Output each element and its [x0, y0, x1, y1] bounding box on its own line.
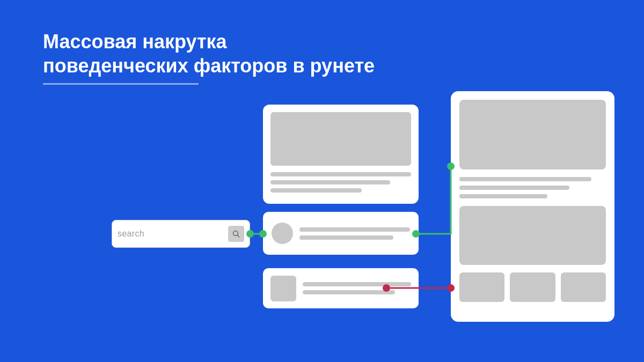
card-bottom-lines [303, 282, 411, 294]
card-top-line-2 [270, 180, 390, 184]
card-large-image [459, 100, 606, 169]
card-middle [263, 212, 419, 255]
card-middle-line-1 [299, 227, 410, 232]
page-title: Массовая накрутка поведенческих факторов… [43, 29, 375, 78]
card-bottom-line-2 [303, 290, 395, 294]
search-icon [232, 230, 240, 238]
card-large-lines [459, 177, 606, 198]
card-large-line-1 [459, 177, 591, 181]
card-middle-line-2 [299, 235, 393, 240]
card-large-thumbs [459, 272, 606, 302]
card-bottom [263, 268, 419, 308]
title-block: Массовая накрутка поведенческих факторов… [43, 29, 375, 85]
search-bar[interactable]: search [112, 220, 250, 248]
card-large-line-2 [459, 186, 569, 190]
search-icon-box [228, 226, 244, 242]
card-top-lines [270, 172, 411, 193]
card-top-line-3 [270, 188, 362, 193]
card-large-section [459, 206, 606, 265]
search-input[interactable]: search [118, 229, 228, 239]
card-top-image [270, 112, 411, 166]
card-middle-lines [299, 227, 410, 240]
title-underline [43, 83, 199, 85]
card-large-thumb-2 [510, 272, 555, 302]
avatar-circle [272, 223, 293, 244]
card-bottom-thumb [270, 276, 296, 301]
card-large-thumb-1 [459, 272, 504, 302]
card-large-line-3 [459, 194, 547, 198]
card-large [451, 91, 614, 322]
svg-line-1 [238, 235, 240, 238]
card-top-line-1 [270, 172, 411, 176]
card-large-thumb-3 [561, 272, 606, 302]
card-top [263, 105, 419, 204]
card-bottom-line-1 [303, 282, 411, 286]
